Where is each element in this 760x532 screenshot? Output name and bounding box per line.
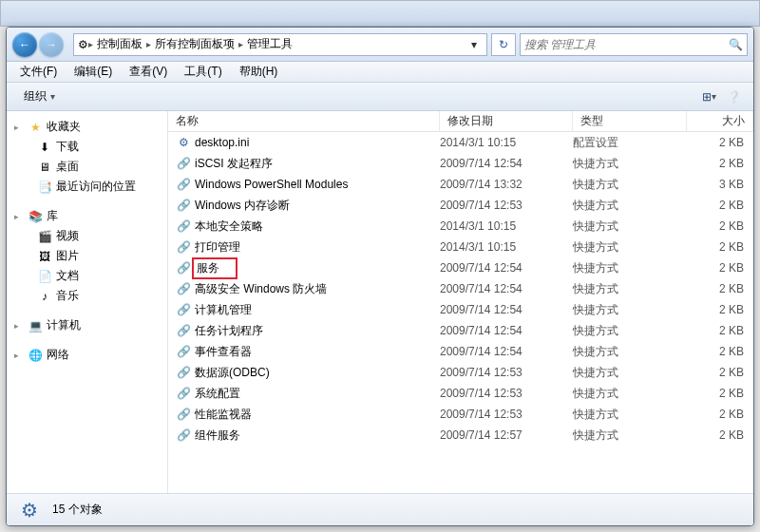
menu-item-4[interactable]: 帮助(H) — [232, 62, 286, 82]
file-name: 服务 — [195, 260, 235, 276]
file-type: 快捷方式 — [573, 156, 687, 172]
file-type: 快捷方式 — [573, 302, 687, 318]
file-row[interactable]: 🔗打印管理2014/3/1 10:15快捷方式2 KB — [168, 237, 753, 257]
tree-item-1-3[interactable]: ♪音乐 — [10, 286, 163, 306]
file-row[interactable]: 🔗性能监视器2009/7/14 12:53快捷方式2 KB — [168, 404, 753, 425]
file-row[interactable]: 🔗组件服务2009/7/14 12:57快捷方式2 KB — [168, 425, 753, 446]
column-name[interactable]: 名称 — [168, 111, 440, 131]
download-icon: ⬇ — [37, 140, 52, 155]
shortcut-icon: 🔗 — [176, 344, 191, 359]
breadcrumb-2[interactable]: 管理工具 — [243, 36, 296, 52]
file-list: ⚙desktop.ini2014/3/1 10:15配置设置2 KB🔗iSCSI… — [168, 132, 753, 493]
help-button[interactable]: ❔ — [721, 86, 746, 107]
file-size: 2 KB — [687, 303, 753, 316]
file-date: 2009/7/14 12:54 — [440, 157, 573, 170]
tree-item-label: 视频 — [56, 228, 79, 244]
tree-item-1-1[interactable]: 🖼图片 — [10, 246, 163, 266]
menu-item-2[interactable]: 查看(V) — [122, 62, 175, 82]
file-row[interactable]: 🔗iSCSI 发起程序2009/7/14 12:54快捷方式2 KB — [168, 153, 753, 174]
file-date: 2009/7/14 12:54 — [440, 282, 573, 295]
tree-item-label: 下载 — [56, 139, 79, 155]
file-type: 配置设置 — [573, 135, 687, 151]
nav-back-button[interactable]: ← — [12, 32, 37, 57]
column-date[interactable]: 修改日期 — [440, 111, 573, 131]
tree-group-1[interactable]: ▸📚库 — [10, 206, 163, 226]
shortcut-icon: 🔗 — [176, 218, 191, 234]
control-panel-icon: ⚙ — [78, 38, 88, 51]
file-row[interactable]: 🔗高级安全 Windows 防火墙2009/7/14 12:54快捷方式2 KB — [168, 278, 753, 299]
file-row[interactable]: 🔗本地安全策略2014/3/1 10:15快捷方式2 KB — [168, 216, 753, 237]
file-type: 快捷方式 — [573, 281, 687, 297]
view-icon: ⊞ — [702, 90, 712, 104]
tree-item-0-0[interactable]: ⬇下载 — [10, 137, 163, 157]
toolbar: 组织 ▾ ⊞▾ ❔ — [7, 83, 753, 111]
library-icon: 📚 — [28, 209, 43, 224]
file-row[interactable]: 🔗数据源(ODBC)2009/7/14 12:53快捷方式2 KB — [168, 362, 753, 383]
file-row[interactable]: 🔗事件查看器2009/7/14 12:54快捷方式2 KB — [168, 341, 753, 362]
tree-item-0-2[interactable]: 📑最近访问的位置 — [10, 177, 163, 197]
file-row[interactable]: 🔗Windows PowerShell Modules2009/7/14 13:… — [168, 174, 753, 195]
tree-item-label: 最近访问的位置 — [56, 179, 136, 195]
refresh-icon: ↻ — [499, 38, 508, 51]
file-name: 组件服务 — [195, 428, 240, 444]
shortcut-icon: 🔗 — [176, 177, 191, 192]
tree-group-2[interactable]: ▸💻计算机 — [10, 315, 163, 335]
menu-item-1[interactable]: 编辑(E) — [66, 62, 120, 82]
file-row[interactable]: ⚙desktop.ini2014/3/1 10:15配置设置2 KB — [168, 132, 753, 153]
organize-menu[interactable]: 组织 ▾ — [14, 86, 65, 107]
video-icon: 🎬 — [37, 229, 52, 244]
shortcut-icon: 🔗 — [176, 428, 191, 443]
tree-group-label: 库 — [47, 208, 58, 224]
file-date: 2014/3/1 10:15 — [440, 240, 573, 254]
file-row[interactable]: 🔗计算机管理2009/7/14 12:54快捷方式2 KB — [168, 299, 753, 320]
address-dropdown[interactable]: ▾ — [466, 38, 483, 51]
file-type: 快捷方式 — [573, 198, 687, 214]
file-name: iSCSI 发起程序 — [195, 156, 273, 172]
file-row[interactable]: 🔗Windows 内存诊断2009/7/14 12:53快捷方式2 KB — [168, 195, 753, 216]
address-bar-row: — ☐ ✕ ← → ⚙ ▸ 控制面板 ▸ 所有控制面板项 ▸ 管理工具 ▾ ↻ … — [7, 28, 753, 62]
folder-gear-icon: ⚙ — [16, 497, 43, 523]
navigation-pane: ▸★收藏夹⬇下载🖥桌面📑最近访问的位置▸📚库🎬视频🖼图片📄文档♪音乐▸💻计算机▸… — [7, 111, 168, 493]
file-row[interactable]: 🔗任务计划程序2009/7/14 12:54快捷方式2 KB — [168, 320, 753, 341]
breadcrumb-0[interactable]: 控制面板 — [93, 36, 146, 52]
tree-item-1-0[interactable]: 🎬视频 — [10, 226, 163, 246]
star-icon: ★ — [28, 120, 43, 135]
tree-item-1-2[interactable]: 📄文档 — [10, 266, 163, 286]
nav-forward-button[interactable]: → — [39, 32, 64, 57]
column-type[interactable]: 类型 — [573, 111, 687, 131]
file-row[interactable]: 🔗系统配置2009/7/14 12:53快捷方式2 KB — [168, 383, 753, 404]
shortcut-icon: 🔗 — [176, 281, 191, 296]
tree-group-0[interactable]: ▸★收藏夹 — [10, 117, 163, 137]
breadcrumb-1[interactable]: 所有控制面板项 — [151, 36, 238, 52]
address-bar[interactable]: ⚙ ▸ 控制面板 ▸ 所有控制面板项 ▸ 管理工具 ▾ — [73, 33, 487, 56]
file-row[interactable]: 🔗服务2009/7/14 12:54快捷方式2 KB — [168, 257, 753, 278]
column-size[interactable]: 大小 — [687, 111, 753, 131]
file-size: 2 KB — [687, 282, 753, 295]
shortcut-icon: 🔗 — [176, 386, 191, 401]
file-type: 快捷方式 — [573, 260, 687, 276]
computer-icon: 💻 — [28, 318, 43, 333]
file-type: 快捷方式 — [573, 428, 687, 444]
refresh-button[interactable]: ↻ — [491, 33, 516, 56]
shortcut-icon: 🔗 — [176, 198, 191, 213]
expand-icon: ▸ — [14, 351, 24, 360]
menu-item-3[interactable]: 工具(T) — [177, 62, 229, 82]
file-type: 快捷方式 — [573, 344, 687, 360]
file-date: 2014/3/1 10:15 — [440, 136, 573, 149]
file-date: 2009/7/14 12:57 — [440, 428, 573, 442]
tree-group-3[interactable]: ▸🌐网络 — [10, 345, 163, 365]
ini-icon: ⚙ — [176, 135, 191, 150]
status-bar: ⚙ 15 个对象 — [7, 493, 753, 525]
shortcut-icon: 🔗 — [176, 407, 191, 422]
search-box[interactable]: 🔍 — [520, 33, 748, 56]
menu-item-0[interactable]: 文件(F) — [12, 62, 65, 82]
file-name: 计算机管理 — [195, 302, 252, 318]
tree-item-0-1[interactable]: 🖥桌面 — [10, 157, 163, 177]
network-icon: 🌐 — [28, 348, 43, 363]
file-date: 2009/7/14 12:53 — [440, 387, 573, 400]
search-input[interactable] — [524, 38, 729, 51]
view-options-button[interactable]: ⊞▾ — [696, 86, 721, 107]
file-size: 2 KB — [687, 199, 753, 212]
expand-icon: ▸ — [14, 212, 24, 221]
file-name: 数据源(ODBC) — [195, 365, 270, 381]
